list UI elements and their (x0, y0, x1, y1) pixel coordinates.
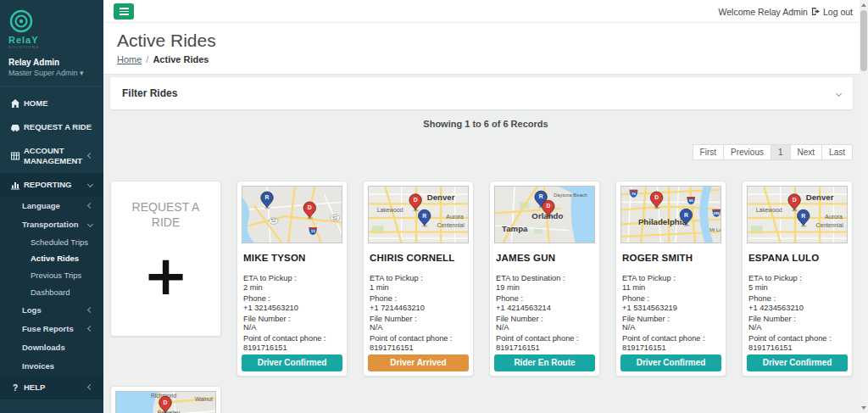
user-role-dropdown[interactable]: Master Super Admin ▾ (8, 69, 95, 77)
field-value: N/A (622, 323, 720, 332)
ride-status-button[interactable]: Driver Confirmed (747, 354, 848, 371)
field-label: ETA to Pickup : (243, 274, 341, 283)
sidebar-item-request-a-ride[interactable]: REQUEST A RIDE (0, 115, 103, 139)
field-label: Phone : (243, 294, 341, 304)
ride-map[interactable]: Daytona BeachOrlandoTampaRD (494, 186, 595, 243)
home-icon (10, 98, 24, 109)
sidebar-item-invoices[interactable]: Invoices (0, 357, 103, 376)
topbar: Welcome Relay Admin Log out (103, 0, 868, 23)
pagination-previous-button[interactable]: Previous (723, 144, 771, 160)
chevron-left-icon (87, 326, 93, 332)
pagination-first-button[interactable]: First (693, 144, 724, 160)
scroll-down-arrow[interactable] (860, 404, 868, 412)
svg-text:R: R (684, 212, 688, 218)
field-label: File Number : (370, 315, 467, 324)
field-label: Point of contact phone : (370, 334, 467, 343)
ride-card: 525215RDMIKE TYSONETA to Pickup :2 minPh… (236, 181, 348, 377)
field-value: 5 min (748, 283, 846, 293)
ride-details: ETA to Pickup :11 minPhone :+1 531456321… (620, 274, 721, 354)
ride-status-button[interactable]: Driver Confirmed (242, 354, 342, 371)
scrollbar-thumb[interactable] (860, 10, 867, 71)
map-city-label: Daytona Beach (554, 193, 587, 198)
ride-map[interactable]: RichmondWalnutBerkeleyD (115, 391, 216, 413)
field-label: Point of contact phone : (496, 334, 593, 343)
scroll-up-arrow[interactable] (860, 1, 868, 9)
sidebar-item-scheduled-trips[interactable]: Scheduled Trips (0, 234, 103, 251)
ride-map[interactable]: DenverLakewoodAuroraCentennialDR (747, 186, 848, 243)
ride-status-button[interactable]: Driver Arrived (368, 354, 469, 371)
ride-status-button[interactable]: Driver Confirmed (620, 354, 721, 371)
rider-name: JAMES GUN (496, 253, 593, 263)
ride-field: Point of contact phone :8191716151 (243, 334, 341, 353)
sidebar-item-transportation[interactable]: Transportation (0, 215, 103, 234)
field-label: File Number : (496, 315, 593, 324)
field-value: 2 min (243, 283, 341, 293)
ride-card: DenverLakewoodAuroraCentennialDRESPANA L… (742, 181, 853, 377)
svg-text:52: 52 (271, 219, 276, 223)
ride-map[interactable]: 525215RD (242, 186, 342, 243)
field-value: 19 min (496, 283, 593, 293)
sidebar-item-logs[interactable]: Logs (0, 301, 103, 320)
car-icon (10, 122, 24, 132)
pagination-next-button[interactable]: Next (790, 144, 823, 160)
pagination-last-button[interactable]: Last (821, 144, 853, 160)
page-header: Active Rides Home / Active Rides (103, 23, 868, 75)
logout-link[interactable]: Log out (811, 7, 853, 17)
svg-text:D: D (793, 197, 797, 203)
request-a-ride-label: REQUEST A RIDE (127, 200, 205, 230)
field-label: ETA to Pickup : (748, 274, 846, 283)
sidebar-item-label: Active Rides (31, 254, 100, 264)
breadcrumb-home-link[interactable]: Home (117, 54, 142, 64)
sidebar-item-reporting[interactable]: REPORTING (0, 173, 103, 197)
svg-text:76: 76 (632, 192, 636, 196)
svg-text:R: R (801, 213, 805, 219)
rider-name: CHIRIS CORNELL (370, 253, 467, 263)
sidebar-item-dashboard[interactable]: Dashboard (0, 284, 103, 301)
sidebar-item-active-rides[interactable]: Active Rides (0, 250, 103, 267)
map-city-label: Berkeley (158, 410, 181, 413)
filter-rides-panel[interactable]: Filter Rides (110, 77, 853, 109)
sidebar-toggle-button[interactable] (114, 3, 134, 20)
breadcrumb-current: Active Rides (153, 54, 209, 64)
hamburger-icon (120, 7, 129, 17)
sidebar-item-label: Language (22, 201, 88, 211)
sidebar: RelaY SOLUTIONS Relay Admin Master Super… (0, 0, 103, 413)
field-label: File Number : (748, 315, 846, 324)
vertical-scrollbar (860, 0, 868, 413)
sidebar-item-fuse-reports[interactable]: Fuse Reports (0, 320, 103, 338)
sidebar-item-previous-trips[interactable]: Previous Trips (0, 267, 103, 284)
ride-status-button[interactable]: Rider En Route (494, 354, 595, 371)
sidebar-item-downloads[interactable]: Downloads (0, 338, 103, 357)
records-summary: Showing 1 to 6 of 6 Records (103, 119, 868, 129)
sidebar-item-help[interactable]: ?HELP (0, 376, 103, 399)
field-value: 8191716151 (496, 343, 593, 353)
map-city-label: Aurora (446, 214, 464, 220)
ride-field: Point of contact phone :8191716151 (748, 334, 846, 353)
state-route-shield-icon: 52 (331, 215, 340, 220)
request-a-ride-card[interactable]: REQUEST A RIDE+ (110, 181, 221, 337)
chevron-left-icon (87, 203, 93, 209)
sidebar-item-home[interactable]: HOME (0, 92, 103, 115)
state-route-shield-icon: 52 (269, 218, 278, 224)
sidebar-item-account-management[interactable]: ACCOUNT MANAGEMENT (0, 139, 103, 173)
ride-field: Point of contact phone :8191716151 (622, 334, 720, 353)
ride-field: ETA to Pickup :2 min (243, 274, 341, 293)
brand-tagline: SOLUTIONS (8, 45, 103, 49)
relay-logo-icon (8, 8, 34, 34)
ride-details: ETA to Pickup :5 minPhone :+1 4234563210… (747, 274, 848, 354)
map-city-label: Philadelphia (638, 217, 687, 226)
svg-text:?: ? (13, 383, 18, 393)
ride-field: ETA to Pickup :11 min (622, 274, 720, 293)
ride-field: File Number :N/A (496, 315, 593, 333)
sidebar-item-label: Downloads (22, 343, 100, 353)
chart-icon (10, 180, 24, 190)
map-city-label: Mt La (709, 227, 721, 232)
pagination-1-button[interactable]: 1 (771, 144, 791, 160)
sidebar-item-language[interactable]: Language (0, 197, 103, 215)
map-city-label: Denver (806, 193, 834, 202)
field-label: ETA to Pickup : (370, 274, 467, 283)
sidebar-item-label: Scheduled Trips (31, 237, 100, 248)
ride-map[interactable]: DenverLakewoodAuroraCentennialDR (368, 186, 469, 243)
welcome-text: Welcome Relay Admin (719, 7, 808, 17)
ride-map[interactable]: PhiladelphiaMt La7695295DR (620, 186, 721, 243)
